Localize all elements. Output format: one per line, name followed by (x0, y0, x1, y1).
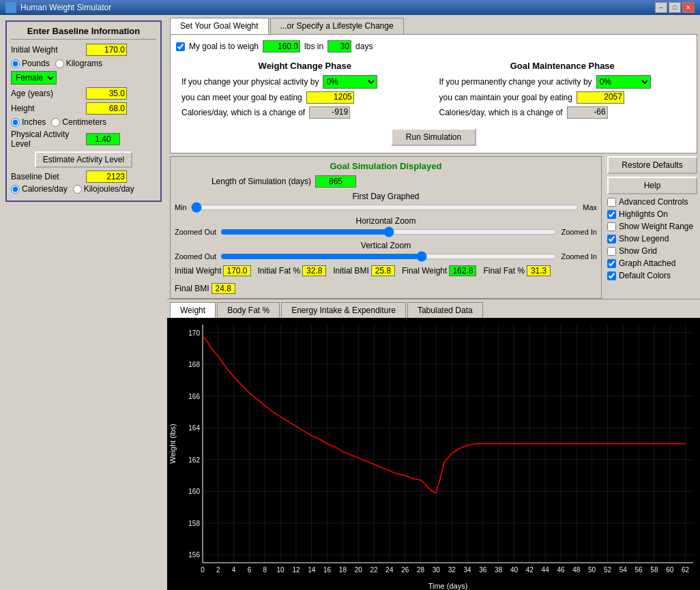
help-button[interactable]: Help (607, 177, 697, 194)
sim-length-label: Length of Simulation (days) (175, 177, 311, 186)
svg-text:20: 20 (355, 566, 363, 574)
maintain-label: you can maintain your goal by eating (439, 93, 572, 102)
svg-text:4: 4 (232, 566, 236, 574)
lbs-label: lbs in (304, 42, 323, 51)
v-zoom-slider[interactable] (220, 252, 557, 261)
title-bar: Human Weight Simulator − □ ✕ (0, 0, 700, 15)
centimeters-radio-label[interactable]: Centimeters (51, 117, 106, 127)
calories-day-radio[interactable] (11, 185, 20, 194)
summary-row: Initial Weight 170.0 Initial Fat % 32.8 … (175, 265, 597, 294)
goal-days-input[interactable] (327, 40, 351, 53)
h-zoom-slider[interactable] (220, 227, 557, 237)
change-activity-row: If you change your physical activity by … (181, 75, 428, 89)
svg-rect-0 (167, 318, 700, 590)
estimate-activity-button[interactable]: Estimate Activity Level (35, 151, 132, 168)
close-button[interactable]: ✕ (682, 2, 695, 13)
goal-weight-checkbox[interactable] (176, 42, 185, 51)
inches-radio[interactable] (11, 118, 20, 127)
activity-label: Physical Activity Level (11, 130, 86, 149)
svg-text:50: 50 (588, 566, 596, 574)
highlights-on-checkbox[interactable] (607, 210, 616, 219)
maximize-button[interactable]: □ (669, 2, 681, 13)
default-colors-check[interactable]: Default Colors (607, 271, 697, 280)
height-input[interactable] (86, 102, 127, 115)
days-label: days (355, 42, 373, 51)
change-activity-select[interactable]: 0%5%10% (323, 75, 377, 89)
age-input[interactable] (86, 87, 127, 100)
svg-text:52: 52 (604, 566, 612, 574)
show-weight-range-checkbox[interactable] (607, 222, 616, 231)
baseline-diet-input[interactable] (86, 171, 127, 183)
permanent-change-select[interactable]: 0%5%10% (596, 75, 651, 89)
first-day-title: First Day Graphed (175, 192, 597, 201)
highlights-on-check[interactable]: Highlights On (607, 209, 697, 219)
advanced-controls-checkbox[interactable] (607, 198, 616, 207)
show-grid-checkbox[interactable] (607, 247, 616, 256)
change-of-row: Calories/day, which is a change of -919 (181, 106, 428, 119)
gender-select[interactable]: Female Male (11, 71, 57, 85)
default-colors-checkbox[interactable] (607, 271, 616, 280)
svg-text:14: 14 (308, 566, 316, 574)
first-day-slider[interactable] (191, 203, 579, 212)
svg-text:16: 16 (323, 566, 332, 574)
h-zoom-in-label: Zoomed In (561, 228, 597, 236)
final-bmi-label: Final BMI (175, 284, 209, 293)
graph-attached-check[interactable]: Graph Attached (607, 259, 697, 268)
show-legend-check[interactable]: Show Legend (607, 234, 697, 244)
graph-area: 1561581601621641661681700246810121416182… (167, 318, 700, 590)
tab-lifestyle-change[interactable]: ...or Specify a Lifestyle Change (270, 18, 404, 34)
kilograms-radio[interactable] (55, 59, 64, 68)
baseline-title: Enter Baseline Information (11, 26, 156, 40)
svg-text:0: 0 (201, 566, 205, 574)
goal-tab-bar: Set Your Goal Weight ...or Specify a Lif… (167, 15, 700, 34)
calories-day-radio-label[interactable]: Calories/day (11, 184, 68, 194)
svg-text:56: 56 (635, 566, 643, 574)
svg-text:38: 38 (495, 566, 503, 574)
kilograms-radio-label[interactable]: Kilograms (55, 59, 102, 68)
show-grid-check[interactable]: Show Grid (607, 246, 697, 256)
kilojoules-radio-label[interactable]: Kilojoules/day (73, 184, 134, 194)
change-of-value: -919 (309, 106, 350, 119)
svg-text:170: 170 (188, 329, 200, 337)
kilojoules-radio[interactable] (73, 185, 82, 194)
inches-radio-label[interactable]: Inches (11, 117, 46, 127)
restore-defaults-button[interactable]: Restore Defaults (607, 156, 697, 174)
goal-weight-checkbox-label: My goal is to weigh (189, 42, 259, 51)
advanced-controls-check[interactable]: Advanced Controls (607, 197, 697, 207)
graph-tab-weight[interactable]: Weight (170, 302, 216, 318)
initial-bmi-val: 25.8 (371, 265, 395, 276)
maintain-change-value: -66 (567, 106, 608, 119)
v-zoom-out-label: Zoomed Out (175, 252, 216, 261)
svg-text:46: 46 (557, 566, 565, 574)
right-controls: Restore Defaults Help Advanced Controls … (604, 153, 700, 299)
goal-weight-input[interactable] (263, 40, 300, 53)
age-label: Age (years) (11, 89, 86, 98)
baseline-box: Enter Baseline Information Initial Weigh… (5, 20, 162, 202)
run-simulation-button[interactable]: Run Simulation (391, 128, 476, 146)
pounds-radio[interactable] (11, 59, 20, 68)
graph-attached-checkbox[interactable] (607, 259, 616, 268)
tab-set-goal-weight[interactable]: Set Your Goal Weight (170, 18, 269, 34)
maintain-change-label: Calories/day, which is a change of (439, 108, 563, 117)
weight-change-col: Weight Change Phase If you change your p… (176, 58, 434, 124)
first-day-min-label: Min (175, 203, 187, 211)
svg-text:8: 8 (263, 566, 267, 574)
svg-text:40: 40 (510, 566, 519, 574)
pounds-radio-label[interactable]: Pounds (11, 59, 50, 68)
graph-tab-energy[interactable]: Energy Intake & Expenditure (281, 302, 406, 318)
svg-text:44: 44 (542, 566, 550, 574)
svg-text:168: 168 (188, 361, 200, 368)
h-zoom-slider-row: Zoomed Out Zoomed In (175, 227, 597, 237)
minimize-button[interactable]: − (655, 2, 667, 13)
initial-weight-input[interactable] (86, 44, 127, 56)
graph-tab-tabulated[interactable]: Tabulated Data (407, 302, 483, 318)
goal-maintenance-header: Goal Maintenance Phase (439, 61, 686, 71)
graph-tab-bodyfat[interactable]: Body Fat % (217, 302, 280, 318)
centimeters-radio[interactable] (51, 118, 60, 127)
baseline-diet-label: Baseline Diet (11, 172, 86, 181)
sim-and-controls: Goal Simulation Displayed Length of Simu… (167, 153, 700, 299)
sim-length-input[interactable] (315, 175, 356, 188)
show-legend-checkbox[interactable] (607, 235, 616, 244)
show-weight-range-check[interactable]: Show Weight Range (607, 222, 697, 231)
activity-input[interactable] (86, 133, 120, 145)
